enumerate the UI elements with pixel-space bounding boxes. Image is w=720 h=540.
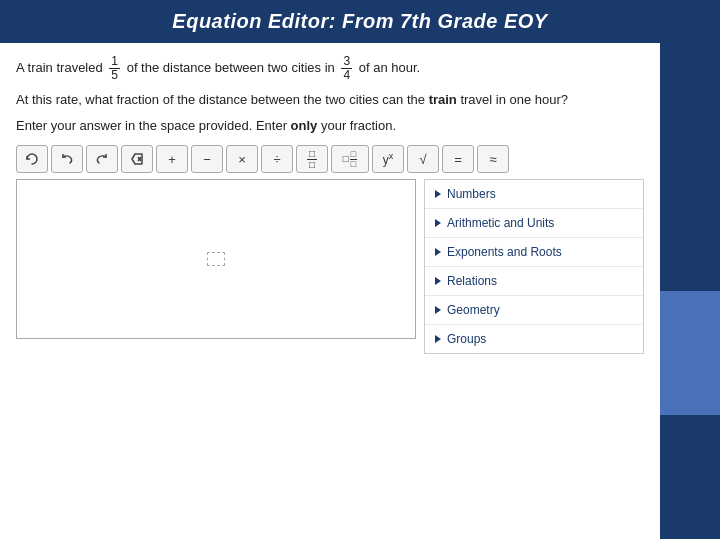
fraction-1: 1 5: [109, 55, 120, 82]
fraction1-denominator: 5: [109, 69, 120, 82]
problem-line2: At this rate, what fraction of the dista…: [16, 90, 644, 110]
category-exponents-roots[interactable]: Exponents and Roots: [425, 238, 643, 267]
category-geometry[interactable]: Geometry: [425, 296, 643, 325]
page-header: Equation Editor: From 7th Grade EOY: [0, 0, 720, 43]
editor-area: Numbers Arithmetic and Units Exponents a…: [16, 179, 644, 354]
power-icon: yx: [383, 151, 394, 167]
fraction2-denominator: 4: [341, 69, 352, 82]
sidebar-dark-block: [660, 43, 720, 291]
toolbar-plus-button[interactable]: +: [156, 145, 188, 173]
mixed-number-icon: □□□: [343, 150, 357, 169]
toolbar-equals-button[interactable]: =: [442, 145, 474, 173]
equation-toolbar: + − × ÷ □ □ □□: [16, 145, 644, 173]
category-arithmetic-units[interactable]: Arithmetic and Units: [425, 209, 643, 238]
category-groups-label: Groups: [447, 330, 486, 348]
fraction1-numerator: 1: [109, 55, 120, 69]
sqrt-icon: √: [419, 152, 426, 167]
toolbar-approx-button[interactable]: ≈: [477, 145, 509, 173]
arrow-icon: [435, 248, 441, 256]
category-arithmetic-label: Arithmetic and Units: [447, 214, 554, 232]
category-relations[interactable]: Relations: [425, 267, 643, 296]
header-title: Equation Editor: From 7th Grade EOY: [172, 10, 547, 32]
arrow-icon: [435, 190, 441, 198]
toolbar-multiply-button[interactable]: ×: [226, 145, 258, 173]
sidebar-light-block: [660, 291, 720, 415]
minus-icon: −: [203, 152, 211, 167]
symbol-category-panel: Numbers Arithmetic and Units Exponents a…: [424, 179, 644, 354]
fraction-icon: □ □: [307, 149, 317, 170]
answer-cursor: [207, 252, 225, 266]
arrow-icon: [435, 219, 441, 227]
right-sidebar: [660, 43, 720, 539]
instruction-text: Enter your answer in the space provided.…: [16, 116, 644, 136]
equals-icon: =: [454, 152, 462, 167]
arrow-icon: [435, 306, 441, 314]
approx-icon: ≈: [489, 152, 496, 167]
content-area: A train traveled 1 5 of the distance bet…: [0, 43, 720, 539]
problem-line1: A train traveled 1 5 of the distance bet…: [16, 55, 644, 82]
category-exponents-label: Exponents and Roots: [447, 243, 562, 261]
category-geometry-label: Geometry: [447, 301, 500, 319]
toolbar-sqrt-button[interactable]: √: [407, 145, 439, 173]
arrow-icon: [435, 335, 441, 343]
problem-text-before: A train traveled: [16, 60, 103, 75]
multiply-icon: ×: [238, 152, 246, 167]
toolbar-rotate-back-button[interactable]: [16, 145, 48, 173]
answer-input-box[interactable]: [16, 179, 416, 339]
sidebar-dark-block2: [660, 415, 720, 539]
category-numbers-label: Numbers: [447, 185, 496, 203]
problem-text-after: of an hour.: [359, 60, 420, 75]
category-numbers[interactable]: Numbers: [425, 180, 643, 209]
fraction-2: 3 4: [341, 55, 352, 82]
category-groups[interactable]: Groups: [425, 325, 643, 353]
toolbar-fraction-button[interactable]: □ □: [296, 145, 328, 173]
toolbar-minus-button[interactable]: −: [191, 145, 223, 173]
main-panel: A train traveled 1 5 of the distance bet…: [0, 43, 660, 539]
category-relations-label: Relations: [447, 272, 497, 290]
toolbar-divide-button[interactable]: ÷: [261, 145, 293, 173]
plus-icon: +: [168, 152, 176, 167]
toolbar-undo-button[interactable]: [51, 145, 83, 173]
toolbar-power-button[interactable]: yx: [372, 145, 404, 173]
fraction2-numerator: 3: [341, 55, 352, 69]
toolbar-redo-button[interactable]: [86, 145, 118, 173]
toolbar-delete-button[interactable]: [121, 145, 153, 173]
arrow-icon: [435, 277, 441, 285]
toolbar-mixed-number-button[interactable]: □□□: [331, 145, 369, 173]
divide-icon: ÷: [273, 152, 280, 167]
problem-text-middle: of the distance between two cities in: [127, 60, 335, 75]
